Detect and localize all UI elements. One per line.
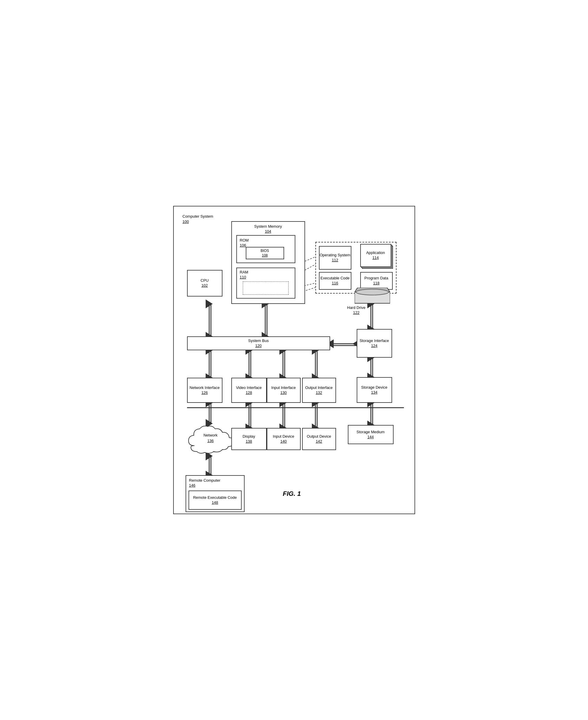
cpu-box: CPU 102 (187, 270, 223, 297)
executable-code-box: Executable Code 116 (319, 272, 351, 290)
si-label: Storage Interface (360, 338, 389, 343)
rec-label: Remote Executable Code (193, 495, 237, 500)
sysbus-number: 120 (248, 343, 269, 348)
programs-dashed-box: Operating System 112 Application 114 E (315, 242, 397, 294)
rc-number: 146 (189, 483, 243, 488)
app-number: 114 (366, 256, 385, 260)
sd-label: Storage Device (361, 385, 387, 389)
rom-box: ROM 106 BIOS 108 (236, 235, 295, 263)
output-interface-box: Output Interface 132 (302, 378, 336, 403)
rec-number: 148 (193, 500, 237, 505)
program-data-box: Program Data 118 (360, 272, 393, 290)
page-wrapper: Computer System 100 System Memory 104 RO… (173, 206, 415, 514)
ii-number: 130 (271, 391, 296, 396)
system-bus-box: System Bus 120 (187, 336, 330, 350)
ni-number: 126 (190, 391, 220, 396)
os-box: Operating System 112 (319, 246, 351, 269)
hard-drive-container (355, 288, 390, 305)
net-number: 136 (207, 439, 214, 443)
system-memory-box: System Memory 104 ROM 106 BIOS 108 (231, 221, 305, 304)
bios-number: 108 (247, 253, 283, 258)
sm-label: Storage Medium (356, 430, 384, 434)
exec-number: 116 (320, 281, 350, 286)
input-device-box: Input Device 140 (267, 428, 301, 450)
progdata-number: 118 (364, 281, 388, 286)
hd-number: 122 (347, 311, 365, 315)
hard-drive-svg (355, 288, 390, 305)
network-interface-box: Network Interface 126 (187, 378, 223, 403)
app-label: Application (366, 251, 385, 255)
sm-number: 144 (356, 435, 384, 440)
disp-number: 138 (243, 439, 255, 444)
ram-box: RAM 110 (236, 267, 295, 299)
os-number: 112 (319, 258, 350, 263)
net-label: Network (204, 433, 218, 437)
os-label: Operating System (319, 253, 350, 257)
exec-label: Executable Code (320, 276, 350, 280)
ii-label: Input Interface (271, 385, 296, 390)
idev-label: Input Device (273, 434, 294, 439)
network-label-area: Network 136 (186, 432, 236, 444)
rom-label: ROM (240, 238, 249, 242)
horizontal-bus-line (187, 407, 404, 408)
sysbus-label: System Bus (248, 338, 269, 343)
ram-number: 110 (240, 275, 294, 280)
remote-exec-box: Remote Executable Code 148 (189, 491, 241, 510)
oi-number: 132 (305, 391, 333, 396)
system-memory-number: 104 (233, 229, 303, 234)
vi-label: Video Interface (236, 385, 262, 390)
ram-label: RAM (240, 270, 248, 274)
ni-label: Network Interface (190, 385, 220, 390)
computer-system-label: Computer System 100 (183, 214, 213, 224)
bios-box: BIOS 108 (246, 247, 284, 259)
bios-label: BIOS (260, 249, 269, 253)
output-device-box: Output Device 142 (302, 428, 336, 450)
progdata-label: Program Data (364, 276, 388, 280)
storage-interface-box: Storage Interface 124 (357, 329, 392, 358)
oi-label: Output Interface (305, 385, 333, 390)
vi-number: 128 (236, 391, 262, 396)
odev-number: 142 (307, 439, 331, 444)
figure-caption: FIG. 1 (283, 490, 400, 506)
input-interface-box: Input Interface 130 (267, 378, 301, 403)
odev-label: Output Device (307, 434, 331, 439)
svg-point-46 (356, 289, 388, 295)
rc-label: Remote Computer (189, 478, 220, 483)
cpu-number: 102 (201, 283, 209, 288)
si-number: 124 (360, 343, 389, 348)
display-box: Display 138 (231, 428, 267, 450)
diagram-container: Computer System 100 System Memory 104 RO… (180, 212, 408, 508)
system-memory-label: System Memory (254, 224, 282, 228)
application-box: Application 114 (360, 244, 391, 267)
storage-device-box: Storage Device 134 (357, 377, 392, 403)
disp-label: Display (243, 434, 255, 439)
remote-computer-box: Remote Computer 146 Remote Executable Co… (186, 475, 245, 512)
cpu-label: CPU (201, 278, 209, 283)
idev-number: 140 (273, 439, 294, 444)
network-cloud: Network 136 (186, 423, 236, 456)
hard-drive-label-area: Hard Drive 122 (347, 305, 365, 315)
storage-medium-box: Storage Medium 144 (348, 425, 394, 444)
hd-label: Hard Drive (347, 305, 365, 310)
sd-number: 134 (361, 390, 387, 395)
video-interface-box: Video Interface 128 (231, 378, 267, 403)
